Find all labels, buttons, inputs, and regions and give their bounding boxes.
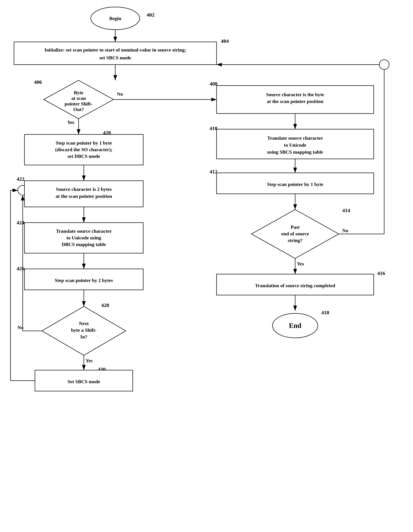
- node416-label: Translation of source string completed: [255, 283, 335, 288]
- ref-418: 418: [321, 310, 329, 315]
- decision428-line2: byte a Shift-: [71, 327, 96, 333]
- ref-404: 404: [221, 38, 229, 44]
- svg-point-16: [379, 60, 389, 69]
- node408-line1: Source character is the byte: [266, 92, 324, 97]
- no-414: No: [342, 228, 348, 233]
- node422-line2: at the scan pointer position: [56, 193, 112, 199]
- ref-416: 416: [377, 270, 385, 276]
- yes-406: Yes: [67, 120, 74, 125]
- decision414-line2: end of source: [281, 231, 309, 237]
- node424-line1: Translate source character: [56, 228, 112, 234]
- begin-label: Begin: [109, 16, 121, 21]
- ref-406: 406: [34, 79, 42, 85]
- ref-402: 402: [147, 12, 154, 18]
- node420-line2: (discard the SO character);: [55, 147, 112, 152]
- init-label-2: set SBCS mode: [99, 55, 131, 60]
- init-label-1: Initialize: set scan pointer to start of…: [45, 47, 186, 53]
- ref-424: 424: [17, 220, 24, 225]
- decision406-line1: Byte: [74, 90, 83, 95]
- node410-line2: to Unicode: [284, 142, 306, 148]
- end-label: End: [289, 322, 301, 330]
- decision414-line3: string?: [288, 238, 302, 243]
- decision406-line2: at scan: [71, 95, 86, 101]
- node424-line2: to Unicode using: [66, 235, 101, 240]
- node426-label: Step scan pointer by 2 bytes: [55, 278, 113, 283]
- ref-422: 422: [17, 176, 24, 182]
- decision406-line4: Out?: [73, 107, 84, 112]
- node420-line1: Step scan pointer by 1 byte: [56, 140, 112, 146]
- node430-label: Set SBCS mode: [67, 379, 100, 384]
- no-406: No: [117, 91, 123, 97]
- decision406-line3: pointer Shift-: [65, 101, 93, 106]
- ref-410: 410: [210, 125, 217, 131]
- flowchart: Begin 402 Initialize: set scan pointer t…: [0, 0, 413, 532]
- ref-428: 428: [101, 302, 109, 308]
- svg-rect-3: [14, 42, 217, 65]
- yes-414: Yes: [297, 261, 304, 266]
- node410-line3: using SBCS mapping table: [267, 149, 323, 155]
- ref-426: 426: [17, 266, 24, 271]
- node408-line2: at the scan pointer position: [267, 99, 323, 104]
- ref-414: 414: [342, 208, 350, 213]
- node422-line1: Source character is 2 bytes: [56, 187, 112, 192]
- ref-412: 412: [210, 169, 217, 174]
- decision414-line1: Past: [291, 224, 300, 230]
- ref-408: 408: [210, 81, 217, 87]
- node424-line3: DBCS mapping table: [62, 242, 106, 247]
- decision428-line3: In?: [80, 334, 87, 339]
- node410-line1: Translate source character: [267, 135, 323, 141]
- node412-label: Step scan pointer by 1 byte: [267, 181, 323, 187]
- node420-line3: set DBCS mode: [67, 153, 100, 159]
- decision428-line1: Next: [79, 321, 89, 326]
- yes-428: Yes: [86, 358, 93, 363]
